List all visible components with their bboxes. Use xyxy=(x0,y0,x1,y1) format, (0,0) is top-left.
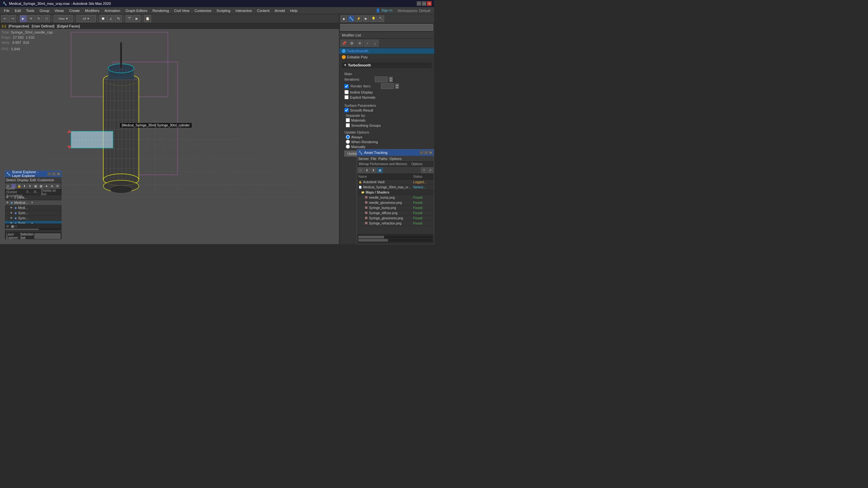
render-iters-spin-down[interactable]: ▼ xyxy=(395,86,399,89)
redo-button[interactable]: ↪ xyxy=(9,15,16,22)
render-iters-input[interactable]: 2 xyxy=(381,83,394,89)
at-row-needle-gloss[interactable]: 🖼 needle_glossiness.png Found xyxy=(357,200,434,205)
hierarchy-btn[interactable]: ⚡ xyxy=(355,15,362,22)
le-menu-display[interactable]: Display xyxy=(17,178,29,182)
menu-modifiers[interactable]: Modifiers xyxy=(82,8,102,13)
at-maximize-btn[interactable]: □ xyxy=(424,151,428,155)
at-row-autodesk-vault[interactable]: 🔒 Autodesk Vault Logged... xyxy=(357,180,434,185)
reference-coord[interactable]: View ▼ xyxy=(54,15,73,22)
close-button[interactable]: ✕ xyxy=(427,1,432,6)
menu-animation[interactable]: Animation xyxy=(102,8,123,13)
at-options-link[interactable]: Options xyxy=(411,162,422,166)
menu-views[interactable]: Views xyxy=(52,8,66,13)
undo-button[interactable]: ↩ xyxy=(1,15,8,22)
maximize-button[interactable]: □ xyxy=(422,1,426,6)
le-row-syringe-30ml[interactable]: 👁 ◉ Medical_Syringe_30ml xyxy=(5,205,62,210)
viewport-edged-btn[interactable]: [Edged Faces] xyxy=(57,24,80,28)
utilities-btn[interactable]: 🔨 xyxy=(378,15,384,22)
rotate-button[interactable]: ↻ xyxy=(35,15,42,22)
at-row-syringe-diff[interactable]: 🖼 Syringe_diffuse.png Found xyxy=(357,210,434,216)
layer-btn[interactable]: 📋 xyxy=(144,15,151,22)
smooth-result-checkbox[interactable] xyxy=(344,108,349,112)
le-row-syringe-needle[interactable]: 👁 ◉ Syringe_30ml_needle xyxy=(5,216,62,221)
menu-civil-view[interactable]: Civil View xyxy=(172,8,192,13)
at-menu-options[interactable]: Options xyxy=(389,157,402,161)
menu-help[interactable]: Help xyxy=(288,8,300,13)
menu-interactive[interactable]: Interactive xyxy=(233,8,255,13)
le-tool-grid2[interactable]: ▦ xyxy=(38,184,43,189)
menu-tools[interactable]: Tools xyxy=(24,8,37,13)
isoline-checkbox[interactable] xyxy=(344,90,349,94)
smoothing-groups-checkbox[interactable] xyxy=(346,123,350,127)
at-tool-grid[interactable]: ▦ xyxy=(377,167,383,173)
viewport-plus-btn[interactable]: [+] xyxy=(2,24,6,28)
percent-snap-btn[interactable]: % xyxy=(115,15,122,22)
iterations-input[interactable]: 0 xyxy=(375,76,388,82)
object-name-input[interactable]: Syringe_30ml_needle_cap xyxy=(341,24,433,31)
at-scrollbar-thumb[interactable] xyxy=(358,236,384,238)
menu-create[interactable]: Create xyxy=(66,8,82,13)
manually-radio[interactable] xyxy=(346,144,350,149)
mod-pin-btn[interactable]: 📌 xyxy=(341,40,348,47)
at-tool-refresh[interactable]: ↗ xyxy=(427,167,433,173)
le-close-btn[interactable]: ✕ xyxy=(57,172,60,176)
at-tool-upload[interactable]: ⬆ xyxy=(371,167,376,173)
scale-button[interactable]: ⬡ xyxy=(43,15,50,22)
at-row-syringe-bump[interactable]: 🖼 Syringe_bump.png Found xyxy=(357,205,434,210)
ts-collapse-arrow[interactable]: ▼ xyxy=(344,64,347,67)
at-close-btn[interactable]: ✕ xyxy=(429,151,433,155)
render-setup-btn[interactable]: 🎬 xyxy=(126,15,133,22)
viewport-perspective-btn[interactable]: [Perspective] xyxy=(9,24,29,28)
at-menu-server[interactable]: Server xyxy=(358,157,369,161)
menu-content[interactable]: Content xyxy=(254,8,272,13)
mod-down-btn[interactable]: ↓ xyxy=(372,40,379,47)
motion-btn[interactable]: ▶ xyxy=(363,15,369,22)
modifier-item-editable-poly[interactable]: Editable Poly xyxy=(339,54,434,60)
select-button[interactable]: ▶ xyxy=(20,15,27,22)
materials-checkbox[interactable] xyxy=(346,118,350,122)
le-row-syringe-cyl[interactable]: 👁 ◉ Syringe_30ml_cylinder xyxy=(5,210,62,216)
at-tool-new[interactable]: □ xyxy=(358,167,364,173)
menu-edit[interactable]: Edit xyxy=(12,8,24,13)
le-tool-grid1[interactable]: ▦ xyxy=(33,184,38,189)
le-row-default[interactable]: 👁 ≡ 0 (default) xyxy=(5,195,62,200)
le-tool-up2[interactable]: ⬆ xyxy=(27,184,33,189)
le-menu-edit[interactable]: Edit xyxy=(30,178,36,182)
at-row-syringe-refr[interactable]: 🖼 Syringe_refraction.png Found xyxy=(357,221,434,226)
at-row-maps-folder[interactable]: 📁 Maps / Shaders xyxy=(357,190,434,195)
mod-delete-btn[interactable]: ✕ xyxy=(356,40,363,47)
create-geometry-btn[interactable]: ● xyxy=(341,15,347,22)
select-filter[interactable]: All ▼ xyxy=(76,15,96,22)
menu-arnold[interactable]: Arnold xyxy=(272,8,288,13)
explicit-normals-checkbox[interactable] xyxy=(344,95,349,99)
le-maximize-btn[interactable]: □ xyxy=(52,172,56,176)
modify-btn[interactable]: 🔧 xyxy=(348,15,354,22)
at-menu-file[interactable]: File xyxy=(371,157,376,161)
menu-scripting[interactable]: Scripting xyxy=(214,8,233,13)
mod-configure-btn[interactable]: ⚙ xyxy=(348,40,355,47)
render-iters-spin-up[interactable]: ▲ xyxy=(395,84,399,86)
at-tool-help[interactable]: ? xyxy=(421,167,427,173)
modifier-item-turbsmooth[interactable]: TurboSmooth xyxy=(339,48,434,54)
always-radio[interactable] xyxy=(346,135,350,139)
when-rendering-radio[interactable] xyxy=(346,140,350,144)
menu-file[interactable]: File xyxy=(1,8,12,13)
at-scrollbar[interactable] xyxy=(358,236,433,238)
sign-in-button[interactable]: 👤 Sign In xyxy=(373,8,395,13)
le-minimize-btn[interactable]: − xyxy=(48,172,51,176)
render-iters-checkbox[interactable] xyxy=(344,84,349,88)
minimize-button[interactable]: − xyxy=(417,1,421,6)
le-row-medical-syringe[interactable]: 👁 ◉ Medical_Syringe_30ml ✦ xyxy=(5,200,62,205)
le-tool-star2[interactable]: ★ xyxy=(50,184,55,189)
le-menu-select[interactable]: Select xyxy=(6,178,16,182)
iterations-spin-up[interactable]: ▲ xyxy=(389,77,393,79)
le-sel-set-input[interactable] xyxy=(35,233,60,239)
le-menu-customize[interactable]: Customize xyxy=(37,178,54,182)
menu-rendering[interactable]: Rendering xyxy=(150,8,172,13)
menu-graph-editors[interactable]: Graph Editors xyxy=(123,8,150,13)
at-row-syringe-gloss[interactable]: 🖼 Syringe_glossiness.png Found xyxy=(357,216,434,221)
at-minimize-btn[interactable]: − xyxy=(420,151,424,155)
le-tool-star1[interactable]: ★ xyxy=(44,184,49,189)
display-btn[interactable]: 💡 xyxy=(370,15,377,22)
render-btn[interactable]: ▶ xyxy=(133,15,141,22)
